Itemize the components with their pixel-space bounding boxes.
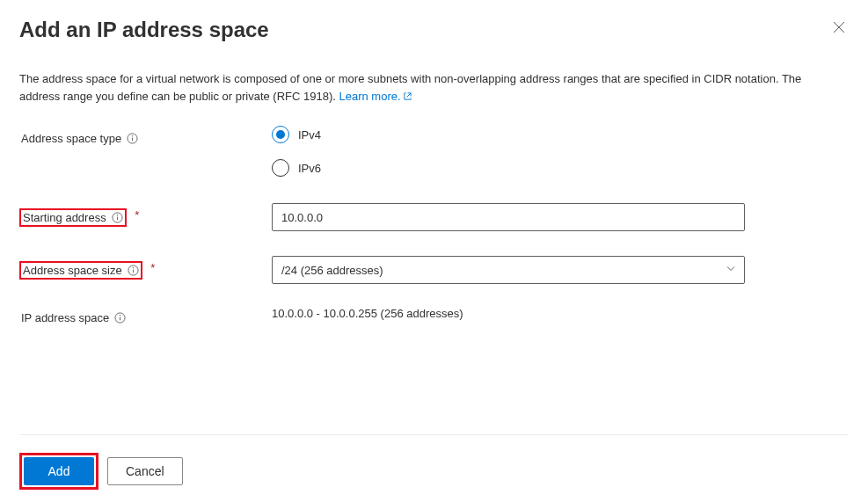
svg-rect-5 [117, 217, 118, 221]
page-title: Add an IP address space [19, 18, 269, 42]
svg-rect-11 [120, 317, 120, 321]
svg-point-7 [133, 267, 134, 268]
svg-rect-8 [133, 270, 134, 273]
svg-point-10 [120, 315, 120, 316]
info-icon[interactable] [128, 265, 139, 276]
ipv6-label: IPv6 [298, 162, 321, 175]
starting-address-label: Starting address [23, 211, 106, 224]
radio-unselected-icon [272, 159, 289, 177]
required-indicator: * [135, 208, 139, 222]
footer-divider [19, 434, 849, 435]
required-indicator: * [150, 261, 155, 274]
address-size-select[interactable]: /24 (256 addresses) [272, 256, 745, 284]
address-size-label: Address space size [23, 264, 122, 277]
learn-more-link[interactable]: Learn more. [339, 90, 412, 103]
close-button[interactable] [829, 18, 849, 40]
description-text: The address space for a virtual network … [19, 70, 828, 106]
svg-point-4 [117, 215, 118, 215]
address-size-value: /24 (256 addresses) [281, 264, 383, 277]
external-link-icon [403, 89, 412, 106]
ipv4-radio[interactable]: IPv4 [272, 126, 745, 143]
cancel-button[interactable]: Cancel [107, 457, 183, 485]
radio-selected-icon [272, 126, 289, 143]
svg-point-1 [132, 135, 133, 136]
info-icon[interactable] [112, 212, 123, 223]
starting-address-input[interactable] [272, 203, 745, 231]
ip-summary-value: 10.0.0.0 - 10.0.0.255 (256 addresses) [272, 305, 745, 320]
svg-rect-2 [132, 138, 133, 142]
close-icon [833, 21, 845, 33]
add-button[interactable]: Add [24, 457, 94, 485]
info-icon[interactable] [114, 312, 126, 324]
ipv6-radio[interactable]: IPv6 [272, 159, 745, 177]
address-type-label: Address space type [21, 132, 121, 145]
add-button-highlight: Add [19, 453, 98, 490]
ip-summary-label: IP address space [21, 311, 109, 324]
info-icon[interactable] [127, 133, 138, 144]
ipv4-label: IPv4 [298, 128, 321, 142]
